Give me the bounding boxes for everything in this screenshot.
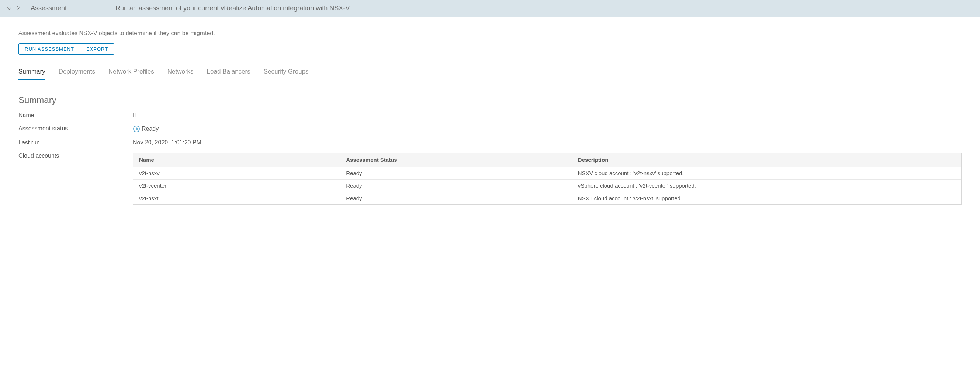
cell-description: NSXT cloud account : 'v2t-nsxt' supporte…: [572, 192, 961, 205]
cell-name: v2t-nsxt: [133, 192, 340, 205]
step-header[interactable]: 2. Assessment Run an assessment of your …: [0, 0, 980, 17]
summary-lastrun-label: Last run: [18, 139, 133, 146]
col-header-status: Assessment Status: [340, 153, 572, 167]
table-row: v2t-nsxt Ready NSXT cloud account : 'v2t…: [133, 192, 961, 205]
cell-status: Ready: [340, 167, 572, 179]
step-description: Run an assessment of your current vReali…: [115, 5, 350, 12]
intro-text: Assessment evaluates NSX-V objects to de…: [18, 30, 962, 37]
cell-name: v2t-nsxv: [133, 167, 340, 179]
table-row: v2t-nsxv Ready NSXV cloud account : 'v2t…: [133, 167, 961, 179]
col-header-name: Name: [133, 153, 340, 167]
summary-accounts-label: Cloud accounts: [18, 153, 133, 159]
chevron-down-icon: [6, 6, 12, 11]
table-row: v2t-vcenter Ready vSphere cloud account …: [133, 179, 961, 192]
cell-description: NSXV cloud account : 'v2t-nsxv' supporte…: [572, 167, 961, 179]
cell-status: Ready: [340, 179, 572, 192]
cell-status: Ready: [340, 192, 572, 205]
run-assessment-button[interactable]: RUN ASSESSMENT: [19, 43, 80, 54]
button-group: RUN ASSESSMENT EXPORT: [18, 43, 115, 55]
tab-summary[interactable]: Summary: [18, 66, 45, 80]
summary-status-value: Ready: [142, 126, 159, 132]
step-number: 2.: [17, 5, 22, 12]
arrow-right-circle-icon: [133, 125, 140, 133]
tab-load-balancers[interactable]: Load Balancers: [207, 66, 250, 80]
step-title: Assessment: [30, 5, 115, 12]
cell-description: vSphere cloud account : 'v2t-vcenter' su…: [572, 179, 961, 192]
summary-heading: Summary: [18, 95, 962, 105]
tab-security-groups[interactable]: Security Groups: [264, 66, 309, 80]
tab-networks[interactable]: Networks: [167, 66, 194, 80]
summary-name-value: ff: [133, 112, 962, 118]
export-button[interactable]: EXPORT: [80, 43, 114, 54]
tab-bar: Summary Deployments Network Profiles Net…: [18, 66, 962, 80]
cell-name: v2t-vcenter: [133, 179, 340, 192]
col-header-description: Description: [572, 153, 961, 167]
cloud-accounts-table: Name Assessment Status Description v2t-n…: [133, 153, 962, 205]
tab-network-profiles[interactable]: Network Profiles: [108, 66, 154, 80]
summary-status-label: Assessment status: [18, 125, 133, 132]
tab-deployments[interactable]: Deployments: [59, 66, 95, 80]
summary-name-label: Name: [18, 112, 133, 118]
summary-lastrun-value: Nov 20, 2020, 1:01:20 PM: [133, 139, 962, 146]
